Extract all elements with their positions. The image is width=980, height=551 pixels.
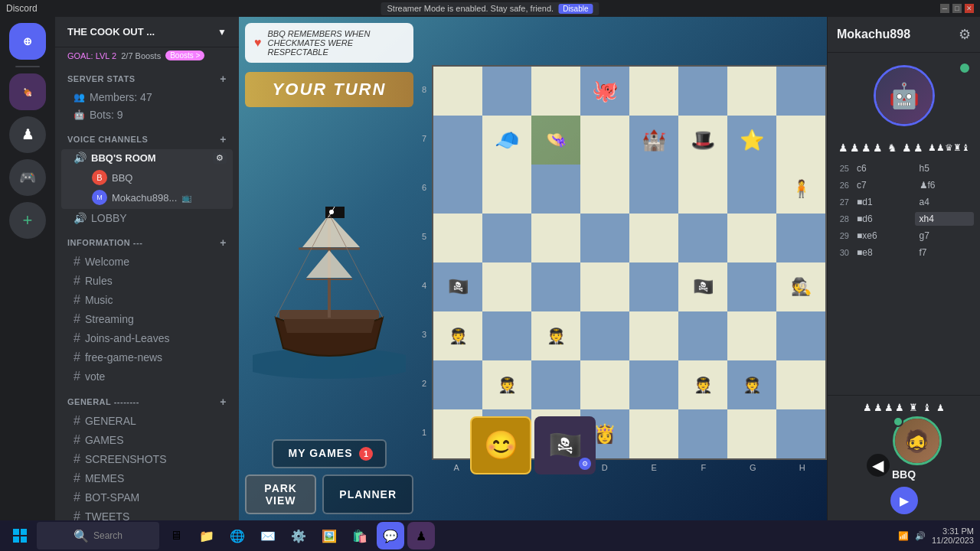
cell-a2[interactable]: [433, 360, 482, 409]
add-general-channel[interactable]: +: [220, 396, 227, 408]
piece-c7[interactable]: 👒: [546, 132, 567, 148]
cell-c7[interactable]: 👒: [531, 116, 580, 165]
cell-f8[interactable]: [678, 67, 727, 116]
channel-free-games[interactable]: #free-game-news: [61, 348, 233, 367]
channel-bot-spam[interactable]: #BOT-SPAM: [61, 488, 233, 507]
cell-d4[interactable]: [580, 262, 629, 311]
cell-d5[interactable]: [580, 214, 629, 262]
cell-b7[interactable]: 🧢: [482, 116, 531, 165]
piece-a4[interactable]: 🏴‍☠️: [448, 279, 469, 295]
mail-button[interactable]: ✉️: [254, 522, 282, 549]
piece-d1-king[interactable]: 👸: [593, 425, 616, 443]
piece-e7[interactable]: 🏰: [642, 130, 666, 150]
cell-e2[interactable]: [629, 360, 678, 409]
cell-c5[interactable]: [531, 214, 580, 262]
channel-games[interactable]: #GAMES: [61, 431, 233, 449]
cell-a5[interactable]: [433, 214, 482, 262]
add-info-channel[interactable]: +: [220, 236, 227, 249]
cell-d6[interactable]: [580, 165, 629, 214]
cell-g3[interactable]: [727, 311, 776, 360]
cell-g1[interactable]: [727, 409, 776, 458]
channel-streaming[interactable]: #Streaming: [61, 310, 233, 328]
cell-a7[interactable]: [433, 116, 482, 165]
server-icon-2[interactable]: ♟: [9, 116, 46, 153]
cell-c8[interactable]: [531, 67, 580, 116]
cell-g6[interactable]: [727, 165, 776, 214]
cell-e5[interactable]: [629, 214, 678, 262]
cell-f7[interactable]: 🎩: [678, 116, 727, 165]
search-bar[interactable]: 🔍 Search: [37, 522, 159, 549]
cell-g2[interactable]: 🧑‍✈️: [727, 360, 776, 409]
cell-d2[interactable]: [580, 360, 629, 409]
piece-c3-pawn[interactable]: 🧑‍✈️: [547, 328, 566, 344]
piece-d8[interactable]: 🐙: [592, 80, 619, 102]
channel-vote[interactable]: #vote: [61, 367, 233, 386]
edge-button[interactable]: 🌐: [224, 522, 251, 549]
cell-h7[interactable]: [776, 116, 825, 165]
channel-screenshots[interactable]: #SCREENSHOTS: [61, 450, 233, 468]
add-server-button[interactable]: +: [9, 202, 46, 239]
cell-c4[interactable]: [531, 262, 580, 311]
cell-b8[interactable]: [482, 67, 531, 116]
cell-a6[interactable]: [433, 165, 482, 214]
cell-e1[interactable]: [629, 409, 678, 458]
cell-a3[interactable]: 🧑‍✈️: [433, 311, 482, 360]
voice-user-bbq[interactable]: B BBQ: [92, 168, 192, 187]
photos-button[interactable]: 🖼️: [315, 522, 343, 549]
cell-g7[interactable]: ⭐: [727, 116, 776, 165]
cell-b6[interactable]: [482, 165, 531, 214]
server-stats-header[interactable]: SERVER STATS +: [55, 70, 239, 88]
cell-e7[interactable]: 🏰: [629, 116, 678, 165]
settings-taskbar-button[interactable]: ⚙️: [285, 522, 312, 549]
bbqs-room-channel[interactable]: 🔊 BBQ'S ROOM ⚙ B BBQ M Mokachu898... 📺: [61, 149, 233, 209]
piece-f4[interactable]: 🏴‍☠️: [693, 279, 714, 295]
cell-h1[interactable]: [776, 409, 825, 458]
maximize-button[interactable]: □: [952, 4, 962, 13]
cell-c3[interactable]: 🧑‍✈️: [531, 311, 580, 360]
store-button[interactable]: 🛍️: [346, 522, 374, 549]
cell-b4[interactable]: [482, 262, 531, 311]
piece-f7[interactable]: 🎩: [691, 130, 715, 150]
piece-b2-pawn[interactable]: 🧑‍✈️: [498, 377, 517, 393]
disable-button[interactable]: Disable: [558, 4, 593, 14]
cell-a4[interactable]: 🏴‍☠️: [433, 262, 482, 311]
chess-taskbar-button[interactable]: ♟: [407, 522, 435, 549]
cell-e3[interactable]: [629, 311, 678, 360]
piece-g7[interactable]: ⭐: [740, 130, 764, 150]
cell-c6[interactable]: [531, 165, 580, 214]
cell-e4[interactable]: [629, 262, 678, 311]
channel-memes[interactable]: #MEMES: [61, 469, 233, 487]
channel-general[interactable]: #GENERAL: [61, 412, 233, 430]
cell-f5[interactable]: [678, 214, 727, 262]
discord-home[interactable]: ⊕: [9, 23, 46, 60]
my-games-button[interactable]: MY GAMES 1: [272, 439, 387, 468]
cell-f3[interactable]: [678, 311, 727, 360]
player-tab-2[interactable]: 🏴‍☠️ ⚙: [534, 416, 596, 474]
channel-tweets[interactable]: #TWEETS: [61, 507, 233, 520]
cell-h8[interactable]: [776, 67, 825, 116]
piece-h4[interactable]: 🕵️: [791, 279, 812, 295]
cell-f1[interactable]: [678, 409, 727, 458]
piece-b7[interactable]: 🧢: [495, 130, 519, 150]
cell-h4[interactable]: 🕵️: [776, 262, 825, 311]
cell-d8[interactable]: 🐙: [580, 67, 629, 116]
channel-joins[interactable]: #Joins-and-Leaves: [61, 329, 233, 347]
cell-h5[interactable]: [776, 214, 825, 262]
server-icon-3[interactable]: 🎮: [9, 159, 46, 196]
close-button[interactable]: ✕: [965, 4, 974, 13]
cell-f6[interactable]: [678, 165, 727, 214]
cell-c2[interactable]: [531, 360, 580, 409]
task-view-button[interactable]: 🖥: [162, 522, 190, 549]
cell-f4[interactable]: 🏴‍☠️: [678, 262, 727, 311]
cell-d7[interactable]: [580, 116, 629, 165]
channel-rules[interactable]: #Rules: [61, 272, 233, 290]
park-view-button[interactable]: PARK VIEW: [245, 474, 316, 514]
voice-section-header[interactable]: VOICE CHANNELS +: [55, 130, 239, 148]
cell-b2[interactable]: 🧑‍✈️: [482, 360, 531, 409]
piece-h6[interactable]: 🧍: [791, 181, 812, 197]
cell-a8[interactable]: [433, 67, 482, 116]
file-explorer-button[interactable]: 📁: [193, 522, 220, 549]
general-section-header[interactable]: GENERAL -------- +: [55, 393, 239, 411]
settings-icon[interactable]: ⚙: [959, 26, 971, 43]
send-button[interactable]: ▶: [890, 487, 918, 514]
